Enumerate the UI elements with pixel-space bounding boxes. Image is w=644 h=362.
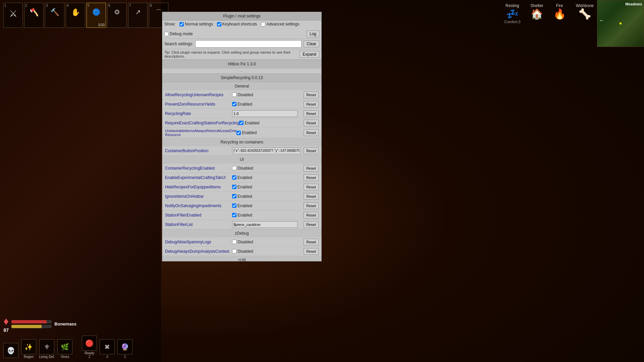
- skill-slot-z[interactable]: 🔴 Ready Z: [82, 336, 97, 359]
- reset-notify-salvaging[interactable]: Reset: [304, 202, 319, 209]
- show-label: Show:: [164, 22, 175, 26]
- group-zutil[interactable]: zUtil: [162, 256, 321, 261]
- reset-station-filter-list[interactable]: Reset: [304, 221, 319, 228]
- buffs-row: 💀 ✨ Regen ⚜ Living Def. 🌿 Vines 🔴 Ready …: [3, 336, 158, 359]
- checkbox-debug-mode[interactable]: Debug mode: [164, 32, 193, 36]
- tip-text: Tip: Click plugin names to expand. Click…: [164, 50, 298, 58]
- settings-panel: Plugin / mod settings Show: Normal setti…: [162, 12, 322, 261]
- reset-recycling-rate[interactable]: Reset: [304, 110, 319, 117]
- minimap[interactable]: Meadows ←: [597, 0, 644, 47]
- panel-title: Plugin / mod settings: [162, 12, 321, 20]
- setting-debug-dump-analysis: DebugAlwaysDumpAnalysisContext Disabled …: [162, 247, 321, 256]
- health-stamina-area: ♦ 87 Bonemass: [3, 315, 158, 333]
- plugin-simple-recycling: SimpleRecycling 0.0.13 General AllowRecy…: [162, 73, 321, 261]
- status-shelter: Shelter 🏠: [531, 3, 543, 24]
- tip-row: Tip: Click plugin names to expand. Click…: [162, 49, 321, 60]
- skill-slot-c[interactable]: 🔮 C: [117, 339, 132, 359]
- setting-recycling-rate: RecyclingRate Reset: [162, 109, 321, 118]
- reset-debug-spammy[interactable]: Reset: [304, 239, 319, 245]
- plugin-hitbox-fix-header[interactable]: Hitbox Fix 1.3.0: [162, 60, 321, 68]
- hotbar-slot-6[interactable]: 6 ⚙: [107, 3, 127, 28]
- minimap-arrow: ←: [599, 17, 604, 23]
- container-button-position-input[interactable]: [232, 147, 301, 154]
- buff-living-def: ⚜ Living Def.: [39, 339, 55, 359]
- clear-button[interactable]: Clear: [304, 41, 319, 47]
- buff-bonemass: 💀: [3, 343, 18, 359]
- setting-container-recycling-enabled: ContainerRecyclingEnabled Disabled Reset: [162, 164, 321, 173]
- stamina-bar: [11, 325, 52, 328]
- panel-content[interactable]: Hitbox Fix 1.3.0 ... SimpleRecycling 0.0…: [162, 60, 321, 261]
- health-value: 87: [3, 327, 9, 333]
- search-label: Search settings:: [164, 42, 193, 46]
- game-overlay-left: [0, 0, 161, 362]
- reset-prevent-zero[interactable]: Reset: [304, 101, 319, 108]
- group-zdebug[interactable]: zDebug: [162, 229, 321, 237]
- buff-vines: 🌿 Vines: [57, 339, 72, 359]
- reset-hide-recipes[interactable]: Reset: [304, 184, 319, 190]
- setting-prevent-zero-resource: PreventZeroResourceYields Enabled Reset: [162, 100, 321, 109]
- hotbar-slot-4[interactable]: 4 ✋: [66, 3, 85, 28]
- bars-area: [11, 320, 52, 328]
- reset-container-button[interactable]: Reset: [304, 147, 319, 154]
- reset-unstackable[interactable]: Reset: [304, 129, 319, 136]
- search-input[interactable]: [195, 40, 302, 48]
- expand-button[interactable]: Expand: [300, 51, 319, 58]
- setting-debug-spammy-logs: DebugAllowSpammyLogs Disabled Reset: [162, 237, 321, 247]
- setting-notify-salvaging: NotifyOnSalvagingImpediments Enabled Res…: [162, 201, 321, 210]
- checkbox-normal-settings[interactable]: Normal settings: [179, 22, 213, 26]
- reset-ignore-hotbar[interactable]: Reset: [304, 193, 319, 200]
- reset-experimental-crafting[interactable]: Reset: [304, 174, 319, 181]
- plugin-hitbox-fix-dots: ...: [162, 68, 321, 73]
- reset-debug-dump[interactable]: Reset: [304, 248, 319, 255]
- reset-require-exact[interactable]: Reset: [304, 120, 319, 126]
- health-icon: ♦: [3, 315, 9, 327]
- log-button[interactable]: Log: [307, 31, 319, 37]
- status-area: Resting 💤 Comfort:3 Shelter 🏠 Fire 🔥 Wis…: [501, 0, 597, 27]
- group-recycling-containers[interactable]: Recycling on containers: [162, 138, 321, 146]
- setting-enable-experimental-crafting: EnableExperimentalCraftingTabUI Enabled …: [162, 173, 321, 182]
- setting-allow-recycling-unknown: AllowRecyclingUnknownRecipes Disabled Re…: [162, 90, 321, 100]
- plugin-hitbox-fix: Hitbox Fix 1.3.0 ...: [162, 60, 321, 73]
- setting-station-filter-enabled: StationFilterEnabled Enabled Reset: [162, 210, 321, 220]
- station-filter-list-input[interactable]: [232, 221, 298, 228]
- group-general[interactable]: General: [162, 82, 321, 90]
- status-resting: Resting 💤 Comfort:3: [504, 3, 520, 24]
- hotbar: 1 ⚔ 2 🪓 3 🔨 4 ✋ 5 🔵 1/10 6 ⚙ 7 ↗ 8: [3, 3, 168, 28]
- hotbar-slot-3[interactable]: 3 🔨: [45, 3, 64, 28]
- setting-container-button-position: ContainerButtonPosition Reset: [162, 146, 321, 156]
- show-options-row: Show: Normal settings Keyboard shortcuts…: [162, 20, 321, 39]
- setting-require-exact-crafting: RequireExactCraftingStationForRecycling …: [162, 118, 321, 128]
- minimap-label: Meadows: [625, 2, 642, 6]
- hud-bottom: ♦ 87 Bonemass 💀 ✨ Regen ⚜: [0, 312, 161, 362]
- reset-station-filter[interactable]: Reset: [304, 212, 319, 219]
- setting-unstackable-items: UnstackableItemsAlwaysReturnAtLeastOne R…: [162, 128, 321, 138]
- setting-hide-recipes-equipped: HideRecipesForEquippedItems Enabled Rese…: [162, 182, 321, 192]
- status-fire: Fire 🔥: [553, 3, 566, 24]
- reset-container-recycling[interactable]: Reset: [304, 165, 319, 172]
- hotbar-slot-2[interactable]: 2 🪓: [24, 3, 44, 28]
- health-bar: [11, 320, 52, 323]
- setting-ignore-items-hotbar: IgnoreItemsOnHotbar Enabled Reset: [162, 192, 321, 201]
- hotbar-slot-1[interactable]: 1 ⚔: [3, 3, 23, 28]
- checkbox-keyboard-shortcuts[interactable]: Keyboard shortcuts: [217, 22, 257, 26]
- setting-station-filter-list: StationFilterList Reset: [162, 220, 321, 229]
- buff-regen: ✨ Regen: [21, 339, 36, 359]
- skill-slot-x[interactable]: ✖ X: [100, 339, 115, 359]
- status-wishbone: Wishbone 🦴: [576, 3, 594, 24]
- checkbox-advanced-settings[interactable]: Advanced settings: [261, 22, 299, 26]
- reset-allow-recycling[interactable]: Reset: [304, 92, 319, 98]
- hotbar-slot-7[interactable]: 7 ↗: [128, 3, 148, 28]
- active-buff-name: Bonemass: [54, 321, 76, 326]
- group-ui[interactable]: UI: [162, 156, 321, 164]
- search-row: Search settings: Clear: [162, 39, 321, 49]
- plugin-simple-recycling-header[interactable]: SimpleRecycling 0.0.13: [162, 73, 321, 82]
- recycling-rate-input[interactable]: [232, 110, 298, 117]
- hotbar-slot-5[interactable]: 5 🔵 1/10: [87, 3, 106, 28]
